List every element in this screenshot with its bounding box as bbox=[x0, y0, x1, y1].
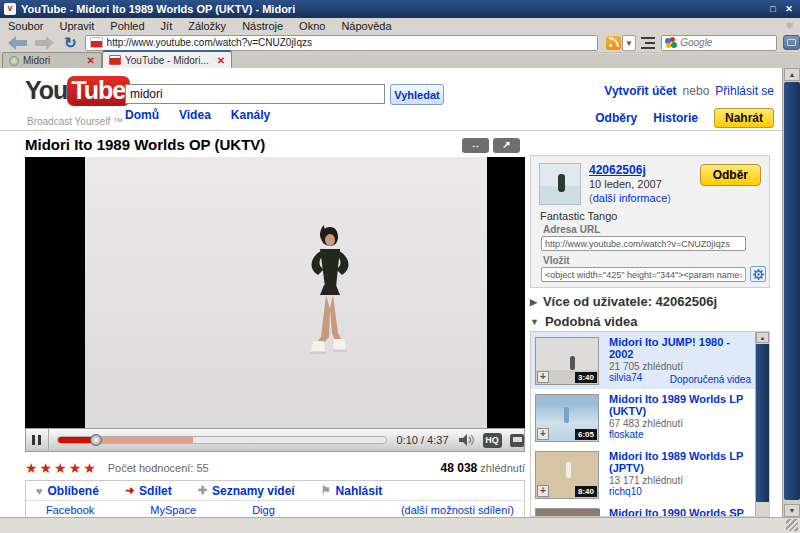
related-video-item[interactable]: + 6:05 Midori Ito 1989 Worlds LP (UKTV) … bbox=[531, 389, 757, 446]
seek-bar[interactable] bbox=[57, 436, 387, 444]
uploader-name-link[interactable]: 42062506j bbox=[589, 163, 646, 177]
more-from-user-heading[interactable]: ▶ Více od uživatele: 42062506j bbox=[530, 294, 717, 309]
menu-tools[interactable]: Nástroje bbox=[234, 20, 291, 32]
popout-button[interactable]: ↗ bbox=[493, 138, 520, 153]
close-button[interactable]: ✕ bbox=[783, 4, 795, 14]
related-video-item[interactable]: + 3:40 Midori Ito JUMP! 1980 - 2002 21 7… bbox=[531, 332, 757, 389]
scrollbar-thumb[interactable] bbox=[784, 82, 800, 500]
related-title-link[interactable]: Midori Ito 1989 Worlds LP (UKTV) bbox=[609, 393, 753, 417]
video-thumbnail[interactable]: + bbox=[535, 508, 599, 517]
tab-youtube[interactable]: YouTube - Midori... ✕ bbox=[102, 50, 232, 68]
related-user-link[interactable]: richq10 bbox=[609, 486, 753, 497]
video-thumbnail[interactable]: + 3:40 bbox=[535, 337, 599, 385]
throbber-icon: ✱ bbox=[786, 20, 794, 31]
resize-grip[interactable] bbox=[786, 519, 798, 531]
page-scrollbar[interactable]: ▲ ▼ bbox=[782, 68, 800, 517]
url-bar[interactable] bbox=[85, 35, 598, 51]
video-thumbnail[interactable]: + 8:40 bbox=[535, 451, 599, 499]
related-video-item[interactable]: + 8:40 Midori Ito 1989 Worlds LP (JPTV) … bbox=[531, 446, 757, 503]
sign-in-link[interactable]: Přihlásit se bbox=[715, 84, 774, 98]
related-user-link[interactable]: floskate bbox=[609, 429, 753, 440]
maximize-button[interactable]: □ bbox=[767, 4, 779, 14]
search-button[interactable]: Vyhledat bbox=[390, 84, 444, 105]
pause-button[interactable] bbox=[26, 429, 49, 451]
youtube-favicon bbox=[109, 55, 121, 65]
more-info-link[interactable]: další informace bbox=[593, 192, 668, 204]
web-search-input[interactable] bbox=[680, 37, 776, 48]
embed-code-field[interactable] bbox=[541, 267, 746, 282]
related-title-link[interactable]: Midori Ito 1990 Worlds SP UKTV bbox=[609, 507, 753, 517]
hq-button[interactable]: HQ bbox=[483, 433, 502, 448]
flag-action[interactable]: ⚑Nahlásit bbox=[321, 484, 383, 498]
forward-button[interactable] bbox=[35, 36, 54, 50]
fullscreen-button[interactable] bbox=[510, 434, 524, 447]
nav-home[interactable]: Domů bbox=[125, 108, 159, 122]
back-button[interactable] bbox=[8, 36, 27, 50]
menu-help[interactable]: Nápověda bbox=[333, 20, 399, 32]
bookmarks-icon[interactable] bbox=[641, 37, 655, 49]
seek-knob[interactable] bbox=[90, 434, 102, 446]
menu-window[interactable]: Okno bbox=[291, 20, 333, 32]
add-to-quicklist-button[interactable]: + bbox=[537, 371, 549, 383]
create-account-link[interactable]: Vytvořit účet bbox=[604, 84, 676, 98]
duration-badge: 6:05 bbox=[575, 429, 597, 440]
scroll-up-icon[interactable]: ▲ bbox=[756, 332, 769, 343]
trash-icon[interactable] bbox=[783, 35, 800, 50]
nav-videos[interactable]: Videa bbox=[179, 108, 211, 122]
subscriptions-link[interactable]: Odběry bbox=[595, 111, 637, 125]
web-search-box[interactable] bbox=[661, 35, 777, 51]
nav-channels[interactable]: Kanály bbox=[231, 108, 270, 122]
menu-file[interactable]: Soubor bbox=[0, 20, 51, 32]
scroll-up-icon[interactable]: ▲ bbox=[784, 68, 800, 81]
digg-link[interactable]: Digg bbox=[252, 504, 275, 516]
embed-options-button[interactable] bbox=[750, 266, 766, 282]
rating-stars[interactable]: ★★★★★ bbox=[25, 460, 98, 476]
menu-view[interactable]: Pohled bbox=[102, 20, 152, 32]
resize-player-button[interactable]: ↔ bbox=[462, 138, 489, 153]
myspace-link[interactable]: MySpace bbox=[150, 504, 196, 516]
related-title-link[interactable]: Midori Ito JUMP! 1980 - 2002 bbox=[609, 336, 753, 360]
menu-edit[interactable]: Upravit bbox=[51, 20, 102, 32]
avatar[interactable] bbox=[539, 163, 581, 205]
related-scrollbar[interactable]: ▲ bbox=[755, 332, 769, 517]
scroll-down-icon[interactable]: ▼ bbox=[784, 504, 800, 517]
more-share-options-link[interactable]: (další možnosti sdílení) bbox=[401, 504, 514, 516]
site-nav: Domů Videa Kanály bbox=[125, 108, 270, 122]
add-to-quicklist-button[interactable]: + bbox=[537, 428, 549, 440]
tab-close-icon[interactable]: ✕ bbox=[209, 55, 225, 66]
favorite-action[interactable]: ♥Oblíbené bbox=[36, 484, 99, 498]
video-screen[interactable] bbox=[25, 157, 525, 428]
upload-button[interactable]: Nahrát bbox=[714, 108, 774, 128]
video-player[interactable]: 0:10 / 4:37 HQ bbox=[25, 157, 525, 452]
google-icon bbox=[665, 37, 677, 49]
share-action[interactable]: ➜Sdílet bbox=[125, 484, 172, 498]
volume-icon[interactable] bbox=[459, 434, 475, 446]
promoted-videos-link[interactable]: Doporučená videa bbox=[670, 374, 751, 385]
subscribe-button[interactable]: Odběr bbox=[700, 164, 761, 186]
tab-close-icon[interactable]: ✕ bbox=[79, 55, 95, 66]
statusbar bbox=[0, 517, 800, 533]
tabbar: Midori ✕ YouTube - Midori... ✕ bbox=[0, 54, 800, 68]
site-search-input[interactable] bbox=[125, 84, 385, 104]
duration-badge: 8:40 bbox=[575, 486, 597, 497]
midori-favicon bbox=[9, 56, 19, 66]
history-link[interactable]: Historie bbox=[653, 111, 698, 125]
video-title: Midori Ito 1989 Worlds OP (UKTV) bbox=[25, 136, 265, 153]
menu-go[interactable]: Jít bbox=[153, 20, 181, 32]
url-dropdown-button[interactable]: ▼ bbox=[622, 35, 637, 51]
video-thumbnail[interactable]: + 6:05 bbox=[535, 394, 599, 442]
video-url-field[interactable] bbox=[541, 236, 746, 251]
menu-bookmarks[interactable]: Záložky bbox=[180, 20, 234, 32]
related-title-link[interactable]: Midori Ito 1989 Worlds LP (JPTV) bbox=[609, 450, 753, 474]
reload-button[interactable]: ↻ bbox=[64, 34, 77, 52]
rss-icon[interactable] bbox=[606, 36, 621, 50]
facebook-link[interactable]: Facebook bbox=[46, 504, 94, 516]
playlists-action[interactable]: ✚Seznamy videí bbox=[198, 484, 295, 498]
scrollbar-thumb[interactable] bbox=[756, 344, 769, 502]
related-videos-heading[interactable]: ▼ Podobná videa bbox=[530, 314, 637, 329]
add-to-quicklist-button[interactable]: + bbox=[537, 485, 549, 497]
tab-midori[interactable]: Midori ✕ bbox=[2, 52, 102, 68]
youtube-logo[interactable]: YouTube bbox=[25, 76, 130, 105]
url-input[interactable] bbox=[107, 37, 597, 48]
related-video-item[interactable]: + Midori Ito 1990 Worlds SP UKTV 61 765 … bbox=[531, 503, 757, 517]
